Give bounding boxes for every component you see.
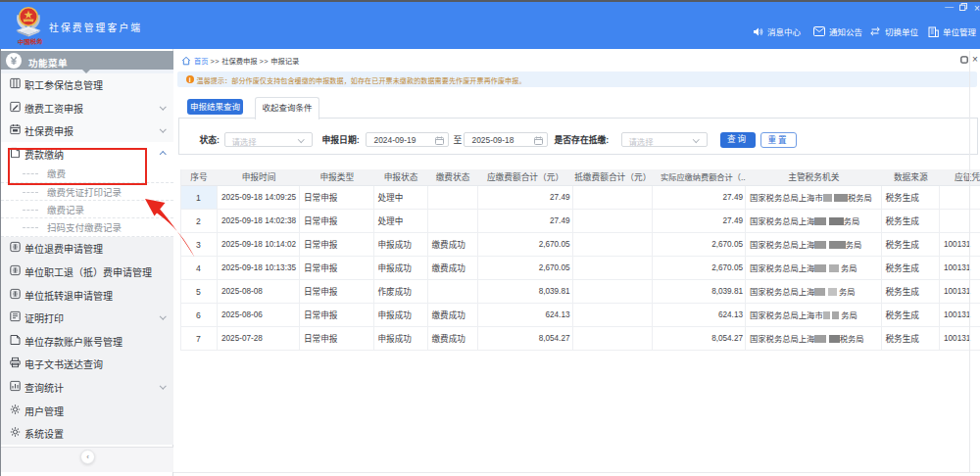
svg-text:中国税务: 中国税务 bbox=[18, 37, 43, 47]
